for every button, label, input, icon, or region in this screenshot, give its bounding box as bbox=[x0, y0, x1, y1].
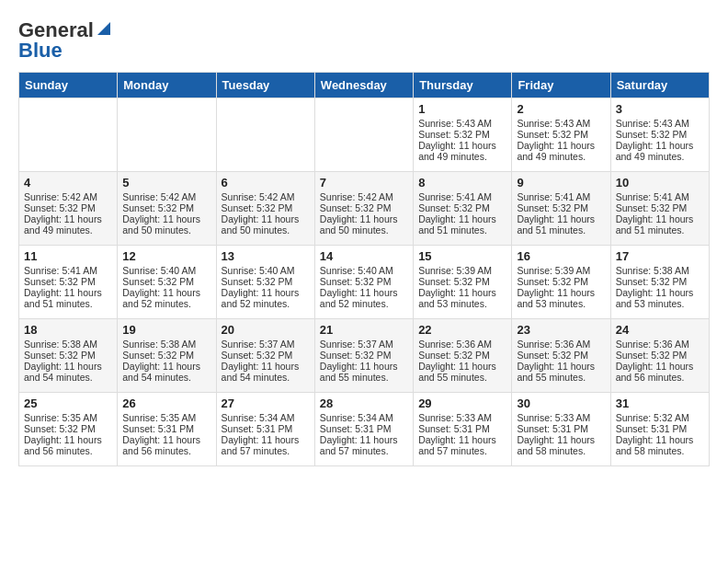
day-info: Sunrise: 5:40 AM bbox=[320, 265, 408, 276]
day-info: Sunset: 5:32 PM bbox=[616, 276, 704, 287]
day-info: Sunrise: 5:40 AM bbox=[122, 265, 210, 276]
day-number: 21 bbox=[320, 323, 408, 337]
day-info: and 54 minutes. bbox=[24, 372, 112, 383]
day-header-tuesday: Tuesday bbox=[216, 73, 314, 98]
day-info: Sunset: 5:32 PM bbox=[517, 350, 605, 361]
day-info: Sunset: 5:31 PM bbox=[517, 423, 605, 434]
calendar-cell: 26Sunrise: 5:35 AMSunset: 5:31 PMDayligh… bbox=[118, 393, 216, 466]
day-info: and 51 minutes. bbox=[24, 298, 112, 309]
day-info: Daylight: 11 hours bbox=[517, 361, 605, 372]
day-info: Daylight: 11 hours bbox=[122, 287, 210, 298]
week-row-3: 11Sunrise: 5:41 AMSunset: 5:32 PMDayligh… bbox=[19, 246, 710, 319]
day-info: and 53 minutes. bbox=[517, 298, 605, 309]
day-info: Sunrise: 5:35 AM bbox=[24, 412, 112, 423]
day-number: 1 bbox=[418, 102, 506, 116]
calendar-cell: 28Sunrise: 5:34 AMSunset: 5:31 PMDayligh… bbox=[314, 393, 413, 466]
day-info: Sunset: 5:32 PM bbox=[24, 202, 112, 213]
day-info: Daylight: 11 hours bbox=[320, 434, 408, 445]
day-info: Sunrise: 5:41 AM bbox=[418, 191, 506, 202]
day-info: Sunrise: 5:37 AM bbox=[222, 339, 310, 350]
day-info: and 49 minutes. bbox=[418, 151, 506, 162]
calendar-cell: 6Sunrise: 5:42 AMSunset: 5:32 PMDaylight… bbox=[216, 172, 314, 246]
day-info: and 54 minutes. bbox=[122, 372, 210, 383]
calendar-table: SundayMondayTuesdayWednesdayThursdayFrid… bbox=[18, 72, 710, 466]
day-number: 28 bbox=[320, 396, 408, 410]
day-info: and 49 minutes. bbox=[24, 224, 112, 236]
day-info: Daylight: 11 hours bbox=[320, 213, 408, 224]
calendar-cell: 29Sunrise: 5:33 AMSunset: 5:31 PMDayligh… bbox=[414, 393, 512, 466]
day-number: 24 bbox=[616, 323, 704, 337]
day-header-saturday: Saturday bbox=[610, 73, 709, 98]
day-info: and 55 minutes. bbox=[418, 372, 506, 383]
day-info: and 51 minutes. bbox=[418, 224, 506, 236]
day-info: Daylight: 11 hours bbox=[418, 361, 506, 372]
day-info: Daylight: 11 hours bbox=[616, 361, 704, 372]
day-info: Daylight: 11 hours bbox=[222, 213, 310, 224]
day-info: Sunrise: 5:38 AM bbox=[24, 339, 112, 350]
day-info: Sunset: 5:32 PM bbox=[517, 276, 605, 287]
calendar-cell: 7Sunrise: 5:42 AMSunset: 5:32 PMDaylight… bbox=[314, 172, 413, 246]
day-info: Daylight: 11 hours bbox=[320, 287, 408, 298]
day-number: 29 bbox=[418, 396, 506, 410]
day-info: Sunrise: 5:36 AM bbox=[418, 339, 506, 350]
day-number: 6 bbox=[222, 176, 310, 190]
day-info: Sunset: 5:32 PM bbox=[616, 129, 704, 140]
calendar-cell bbox=[314, 98, 413, 172]
day-info: Sunset: 5:32 PM bbox=[222, 276, 310, 287]
day-info: Sunset: 5:32 PM bbox=[320, 276, 408, 287]
day-info: Daylight: 11 hours bbox=[517, 287, 605, 298]
day-number: 19 bbox=[122, 323, 210, 337]
day-number: 15 bbox=[418, 249, 506, 263]
day-info: and 53 minutes. bbox=[616, 298, 704, 309]
day-info: Sunrise: 5:43 AM bbox=[616, 118, 704, 129]
calendar-cell: 19Sunrise: 5:38 AMSunset: 5:32 PMDayligh… bbox=[118, 319, 216, 393]
day-info: Sunset: 5:31 PM bbox=[616, 423, 704, 434]
day-info: and 50 minutes. bbox=[320, 224, 408, 236]
day-info: Daylight: 11 hours bbox=[122, 213, 210, 224]
day-number: 4 bbox=[24, 176, 112, 190]
calendar-cell: 11Sunrise: 5:41 AMSunset: 5:32 PMDayligh… bbox=[19, 246, 118, 319]
day-info: Sunset: 5:32 PM bbox=[418, 129, 506, 140]
day-info: Sunrise: 5:37 AM bbox=[320, 339, 408, 350]
day-number: 31 bbox=[616, 396, 704, 410]
day-info: Sunset: 5:32 PM bbox=[24, 350, 112, 361]
calendar-cell: 16Sunrise: 5:39 AMSunset: 5:32 PMDayligh… bbox=[512, 246, 610, 319]
day-info: Daylight: 11 hours bbox=[418, 434, 506, 445]
day-info: Sunset: 5:32 PM bbox=[418, 276, 506, 287]
day-info: Sunset: 5:32 PM bbox=[222, 350, 310, 361]
day-number: 18 bbox=[24, 323, 112, 337]
calendar-cell: 15Sunrise: 5:39 AMSunset: 5:32 PMDayligh… bbox=[414, 246, 512, 319]
day-info: Sunrise: 5:34 AM bbox=[222, 412, 310, 423]
day-info: and 55 minutes. bbox=[517, 372, 605, 383]
day-info: Daylight: 11 hours bbox=[122, 361, 210, 372]
day-header-monday: Monday bbox=[118, 73, 216, 98]
day-info: Sunset: 5:32 PM bbox=[418, 350, 506, 361]
day-info: Sunrise: 5:42 AM bbox=[24, 191, 112, 202]
calendar-cell: 5Sunrise: 5:42 AMSunset: 5:32 PMDaylight… bbox=[118, 172, 216, 246]
day-info: and 56 minutes. bbox=[122, 445, 210, 456]
day-info: and 52 minutes. bbox=[222, 298, 310, 309]
day-info: Daylight: 11 hours bbox=[616, 434, 704, 445]
day-info: and 52 minutes. bbox=[122, 298, 210, 309]
calendar-cell: 18Sunrise: 5:38 AMSunset: 5:32 PMDayligh… bbox=[19, 319, 118, 393]
calendar-cell: 30Sunrise: 5:33 AMSunset: 5:31 PMDayligh… bbox=[512, 393, 610, 466]
day-info: Sunset: 5:32 PM bbox=[24, 423, 112, 434]
day-info: Sunset: 5:32 PM bbox=[616, 350, 704, 361]
calendar-cell: 22Sunrise: 5:36 AMSunset: 5:32 PMDayligh… bbox=[414, 319, 512, 393]
calendar-cell: 8Sunrise: 5:41 AMSunset: 5:32 PMDaylight… bbox=[414, 172, 512, 246]
day-info: Sunset: 5:32 PM bbox=[24, 276, 112, 287]
calendar-cell: 20Sunrise: 5:37 AMSunset: 5:32 PMDayligh… bbox=[216, 319, 314, 393]
calendar-cell: 23Sunrise: 5:36 AMSunset: 5:32 PMDayligh… bbox=[512, 319, 610, 393]
day-info: Daylight: 11 hours bbox=[616, 140, 704, 151]
day-number: 3 bbox=[616, 102, 704, 116]
day-info: Daylight: 11 hours bbox=[222, 361, 310, 372]
day-info: and 57 minutes. bbox=[418, 445, 506, 456]
day-info: Sunset: 5:32 PM bbox=[222, 202, 310, 213]
calendar-cell: 4Sunrise: 5:42 AMSunset: 5:32 PMDaylight… bbox=[19, 172, 118, 246]
day-info: Sunrise: 5:34 AM bbox=[320, 412, 408, 423]
day-info: Sunset: 5:32 PM bbox=[122, 276, 210, 287]
day-info: Daylight: 11 hours bbox=[222, 287, 310, 298]
day-info: Sunset: 5:32 PM bbox=[320, 350, 408, 361]
day-info: Sunrise: 5:39 AM bbox=[517, 265, 605, 276]
header-row: SundayMondayTuesdayWednesdayThursdayFrid… bbox=[19, 73, 710, 98]
